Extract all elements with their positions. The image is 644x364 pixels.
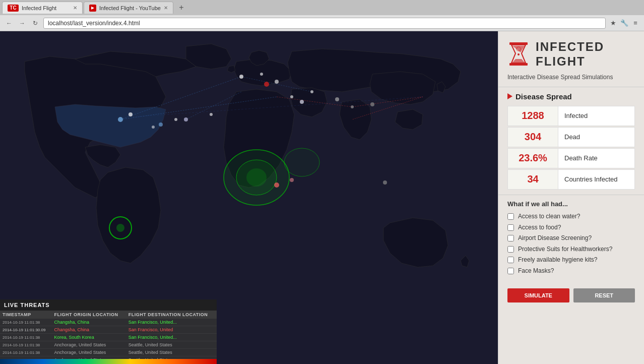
reload-button[interactable]: ↻	[30, 18, 40, 28]
stat-row-death-rate: 23.6% Death Rate	[507, 148, 635, 168]
tab-close-2[interactable]: ✕	[164, 5, 168, 11]
checkbox-suits-input[interactable]	[507, 246, 514, 253]
table-row: 2014-10-19 11:01:38 Changsha, China San …	[0, 319, 217, 326]
checkbox-water-label: Access to clean water?	[518, 213, 580, 221]
svg-point-19	[239, 75, 243, 79]
countries-label: Countries Infected	[558, 170, 634, 189]
tab-infected-flight[interactable]: TC Infected Flight ✕	[2, 2, 83, 14]
checkbox-hygiene[interactable]: Freely available hygiene kits?	[507, 256, 635, 264]
new-tab-button[interactable]: +	[174, 2, 188, 14]
checkbox-screening-input[interactable]	[507, 235, 514, 241]
hourglass-icon	[507, 41, 530, 67]
svg-point-27	[370, 102, 374, 106]
disease-spread-title: Disease Spread	[516, 92, 572, 101]
checkbox-masks[interactable]: Face Masks?	[507, 267, 635, 275]
reset-button[interactable]: RESET	[573, 288, 635, 302]
address-bar: ← → ↻ localhost/last_version/index.4.htm…	[0, 15, 644, 31]
disease-spread-section: Disease Spread 1288 Infected 304 Dead 23…	[498, 87, 644, 195]
checkbox-screening[interactable]: Airport Disease Screening?	[507, 234, 635, 242]
table-row: 2014-10-19 11:01:38 Anchorage, United St…	[0, 341, 217, 349]
url-text: localhost/last_version/index.4.html	[48, 20, 140, 27]
svg-point-28	[383, 180, 387, 185]
checkbox-masks-label: Face Masks?	[518, 267, 554, 275]
table-row: 2014-10-19 11:01:30.09 Changsha, China S…	[0, 326, 217, 334]
right-panel: INFECTED FLIGHT Interactive Disease Spre…	[498, 31, 644, 364]
checkbox-food[interactable]: Access to food?	[507, 224, 635, 232]
svg-point-13	[274, 183, 279, 188]
svg-point-17	[184, 117, 188, 122]
extensions-icon[interactable]: 🔧	[620, 19, 629, 28]
main-content: LIVE THREATS TIMESTAMP FLIGHT ORIGIN LOC…	[0, 31, 644, 364]
bookmark-star-icon[interactable]: ★	[609, 19, 618, 28]
death-rate-label: Death Rate	[558, 149, 634, 168]
live-threats-panel: LIVE THREATS TIMESTAMP FLIGHT ORIGIN LOC…	[0, 299, 217, 364]
tab-close-1[interactable]: ✕	[73, 5, 77, 11]
simulate-button[interactable]: SIMULATE	[507, 288, 569, 302]
tab-bar: TC Infected Flight ✕ ▶ Infected Flight -…	[0, 0, 644, 15]
svg-point-23	[300, 100, 304, 104]
checkbox-hygiene-input[interactable]	[507, 257, 514, 263]
svg-point-10	[284, 148, 319, 176]
stats-grid: 1288 Infected 304 Dead 23.6% Death Rate …	[507, 106, 635, 190]
menu-icon[interactable]: ≡	[631, 19, 640, 28]
url-box[interactable]: localhost/last_version/index.4.html	[43, 18, 606, 29]
svg-point-14	[290, 178, 294, 182]
logo-area: INFECTED FLIGHT	[498, 31, 644, 73]
col-dest: FLIGHT DESTINATION LOCATION	[126, 311, 217, 319]
forward-button[interactable]: →	[17, 18, 27, 28]
death-rate-value: 23.6%	[508, 149, 558, 168]
col-origin: FLIGHT ORIGIN LOCATION	[52, 311, 126, 319]
svg-point-16	[159, 123, 163, 127]
svg-point-30	[174, 118, 177, 121]
svg-point-24	[310, 90, 313, 93]
back-button[interactable]: ←	[4, 18, 14, 28]
checkbox-suits[interactable]: Protective Suits for Healthworkers?	[507, 246, 635, 254]
what-if-title: What if we all had...	[507, 200, 635, 208]
table-row: 2014-10-19 11:01:38 Anchorage, United St…	[0, 349, 217, 356]
stat-row-infected: 1288 Infected	[507, 106, 635, 126]
map-area: LIVE THREATS TIMESTAMP FLIGHT ORIGIN LOC…	[0, 31, 498, 364]
live-threats-header: LIVE THREATS	[0, 299, 217, 311]
checkbox-masks-input[interactable]	[507, 268, 514, 274]
checkbox-water-input[interactable]	[507, 213, 514, 220]
logo-text: INFECTED FLIGHT	[536, 39, 604, 68]
what-if-section: What if we all had... Access to clean wa…	[498, 195, 644, 283]
triangle-icon	[507, 93, 512, 99]
checkbox-food-input[interactable]	[507, 224, 514, 231]
live-threats-title: LIVE THREATS	[4, 302, 50, 308]
svg-point-37	[518, 53, 520, 55]
threats-table: TIMESTAMP FLIGHT ORIGIN LOCATION FLIGHT …	[0, 311, 217, 364]
dead-label: Dead	[558, 128, 634, 147]
countries-value: 34	[508, 170, 558, 189]
svg-point-12	[116, 224, 124, 232]
tab-label-2: Infected Flight - YouTube	[99, 5, 161, 11]
infected-value: 1288	[508, 106, 558, 126]
logo-title-line1: INFECTED	[536, 39, 604, 54]
svg-point-9	[246, 168, 267, 187]
svg-point-31	[152, 126, 155, 129]
svg-point-21	[275, 80, 279, 84]
svg-point-32	[264, 82, 269, 87]
svg-point-29	[128, 112, 133, 116]
toolbar-icons: ★ 🔧 ≡	[609, 19, 640, 28]
col-timestamp: TIMESTAMP	[0, 311, 52, 319]
stat-row-countries: 34 Countries Infected	[507, 169, 635, 190]
checkbox-screening-label: Airport Disease Screening?	[518, 234, 592, 242]
checkbox-suits-label: Protective Suits for Healthworkers?	[518, 246, 612, 254]
table-row: 2014-10-19 11:01:38 Korea, South Korea S…	[0, 334, 217, 341]
checkbox-water[interactable]: Access to clean water?	[507, 213, 635, 221]
svg-point-22	[290, 95, 293, 98]
subtitle: Interactive Disease Spread Simulations	[498, 73, 644, 87]
checkbox-food-label: Access to food?	[518, 224, 561, 232]
svg-point-26	[351, 105, 354, 108]
stat-row-dead: 304 Dead	[507, 127, 635, 147]
tab-youtube[interactable]: ▶ Infected Flight - YouTube ✕	[84, 2, 173, 14]
disease-spread-header[interactable]: Disease Spread	[507, 92, 635, 101]
svg-point-25	[335, 97, 339, 101]
svg-point-20	[260, 73, 263, 76]
timeline-bar	[0, 359, 217, 364]
tab-label-1: Infected Flight	[22, 5, 56, 11]
svg-point-15	[118, 117, 123, 122]
logo-title-line2: FLIGHT	[536, 54, 604, 69]
tc-favicon: TC	[8, 5, 19, 12]
